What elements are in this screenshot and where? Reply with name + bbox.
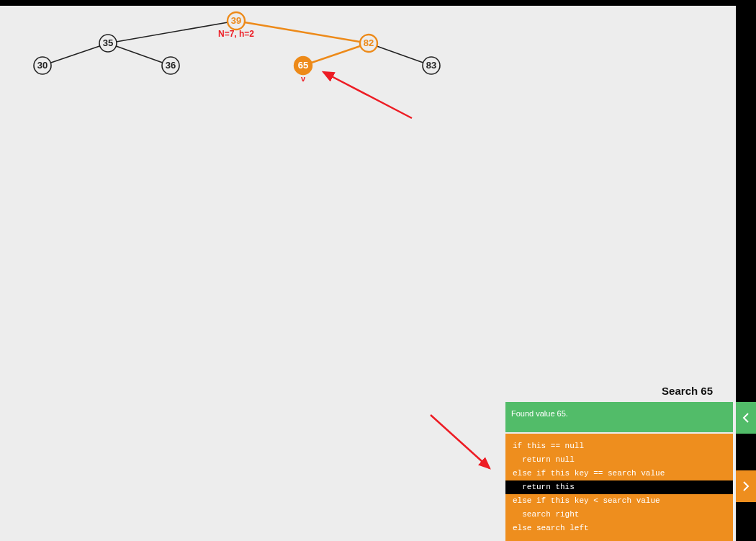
code-line: return this (505, 480, 733, 494)
svg-line-8 (431, 415, 490, 468)
code-line: search right (505, 508, 733, 522)
code-line: return null (505, 453, 733, 467)
next-step-button[interactable] (736, 470, 756, 502)
right-sidebar (736, 0, 756, 541)
svg-line-7 (323, 72, 412, 118)
code-line: if this == null (505, 439, 733, 453)
code-line: else if this key < search value (505, 494, 733, 508)
code-line: else search left (505, 522, 733, 535)
canvas-area: 39353036826583N=7, h=2v Search 65 Found … (0, 0, 736, 541)
search-title: Search 65 (662, 385, 713, 397)
code-line: else if this key == search value (505, 467, 733, 480)
pseudocode-panel: if this == null return nullelse if this … (505, 434, 733, 541)
prev-step-button[interactable] (736, 402, 756, 434)
status-message: Found value 65. (505, 402, 733, 432)
